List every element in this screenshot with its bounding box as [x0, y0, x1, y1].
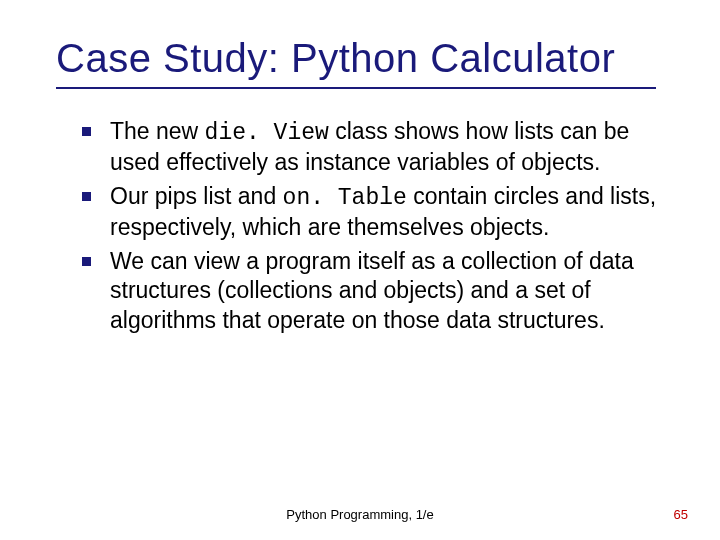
bullet-text-pre: We can view a program itself as a collec… — [110, 248, 634, 333]
inline-code: die. View — [205, 120, 329, 146]
bullet-text-pre: Our pips list and — [110, 183, 283, 209]
title-rule — [56, 87, 656, 89]
page-number: 65 — [674, 507, 688, 522]
bullet-item: Our pips list and on. Table contain circ… — [76, 182, 680, 243]
slide-title: Case Study: Python Calculator — [56, 36, 680, 81]
bullet-item: We can view a program itself as a collec… — [76, 247, 680, 335]
footer-text: Python Programming, 1/e — [0, 507, 720, 522]
bullet-text-pre: The new — [110, 118, 205, 144]
slide-body: The new die. View class shows how lists … — [56, 117, 680, 335]
slide: Case Study: Python Calculator The new di… — [0, 0, 720, 540]
bullet-list: The new die. View class shows how lists … — [76, 117, 680, 335]
inline-code: on. Table — [283, 185, 407, 211]
bullet-item: The new die. View class shows how lists … — [76, 117, 680, 178]
